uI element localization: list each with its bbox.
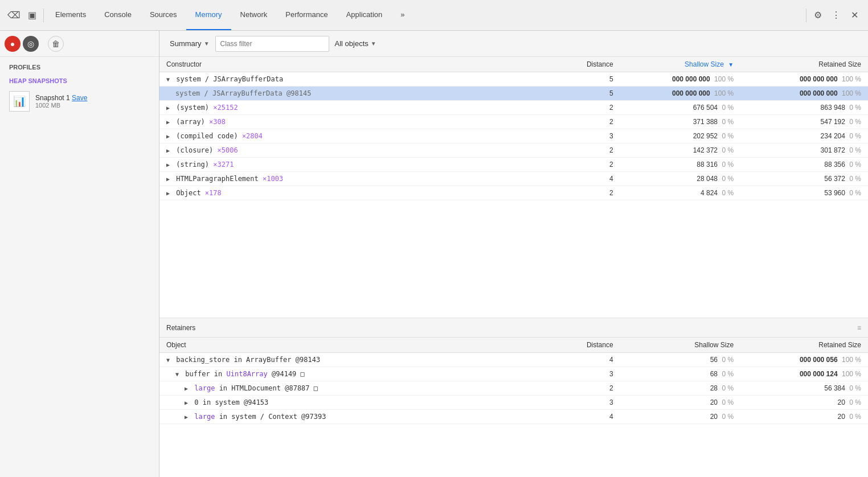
- stop-button[interactable]: ◎: [23, 36, 39, 52]
- retainers-header: Retainers ≡: [159, 318, 868, 338]
- retained-value: 234 204: [821, 132, 845, 140]
- scrollbar-icon: ≡: [857, 324, 861, 332]
- cell-distance: 2: [549, 381, 620, 396]
- cell-shallow: 56 0 %: [620, 353, 740, 367]
- cell-shallow: 88 316 0 %: [620, 158, 740, 172]
- table-row[interactable]: ▶ (closure) ×5006 2 142 372 0 % 301 872 …: [159, 143, 868, 158]
- tab-network[interactable]: Network: [231, 0, 277, 30]
- cell-object: ▶ 0 in system @94153: [159, 396, 549, 410]
- retained-value: 20: [838, 413, 845, 421]
- cell-constructor: ▶ (system) ×25152: [159, 101, 549, 115]
- class-filter-input[interactable]: [215, 36, 329, 52]
- cell-distance: 2: [549, 115, 620, 129]
- ret-header-shallow[interactable]: Shallow Size: [620, 338, 740, 353]
- expand-icon[interactable]: ▼: [175, 371, 179, 377]
- ret-header-distance[interactable]: Distance: [549, 338, 620, 353]
- header-distance[interactable]: Distance: [549, 57, 620, 72]
- clear-button[interactable]: 🗑: [48, 36, 64, 52]
- table-row[interactable]: ▼ backing_store in ArrayBuffer @98143 4 …: [159, 353, 868, 367]
- cursor-icon[interactable]: ⌫: [5, 6, 23, 24]
- cell-constructor: ▶ (string) ×3271: [159, 158, 549, 172]
- table-row[interactable]: ▶ Object ×178 2 4 824 0 % 53 960 0 %: [159, 186, 868, 200]
- tab-application[interactable]: Application: [337, 0, 392, 30]
- cell-retained: 234 204 0 %: [740, 129, 868, 143]
- save-link[interactable]: Save: [72, 94, 87, 102]
- tab-console[interactable]: Console: [95, 0, 141, 30]
- expand-icon[interactable]: ▶: [185, 414, 188, 420]
- expand-icon[interactable]: ▶: [166, 190, 170, 196]
- table-row[interactable]: ▶ 0 in system @94153 3 20 0 % 20 0 %: [159, 396, 868, 410]
- cell-shallow: 20 0 %: [620, 410, 740, 424]
- header-retained[interactable]: Retained Size: [740, 57, 868, 72]
- upper-table: Constructor Distance Shallow Size ▼ Reta…: [159, 57, 868, 318]
- heap-snapshots-title: HEAP SNAPSHOTS: [0, 74, 159, 88]
- snapshot-name: Snapshot 1 Save: [35, 94, 87, 102]
- retainers-header-row: Object Distance Shallow Size Retained Si…: [159, 338, 868, 353]
- object-link[interactable]: large: [194, 384, 215, 392]
- shallow-value: 676 504: [693, 104, 718, 112]
- table-row[interactable]: ▶ HTMLParagraphElement ×1003 4 28 048 0 …: [159, 172, 868, 186]
- top-right-icons: ⚙ ⋮ ✕: [804, 6, 863, 24]
- record-button[interactable]: ●: [5, 36, 21, 52]
- table-row[interactable]: ▶ (string) ×3271 2 88 316 0 % 88 356 0 %: [159, 158, 868, 172]
- table-header-row: Constructor Distance Shallow Size ▼ Reta…: [159, 57, 868, 72]
- cell-shallow: 28 048 0 %: [620, 172, 740, 186]
- tab-bar: Elements Console Sources Memory Network …: [46, 0, 804, 30]
- expand-icon[interactable]: ▶: [166, 133, 170, 139]
- constructor-text: (closure): [176, 146, 213, 154]
- cell-shallow: 202 952 0 %: [620, 129, 740, 143]
- count-tag: ×178: [205, 189, 222, 197]
- table-row[interactable]: system / JSArrayBufferData @98145 5 000 …: [159, 87, 868, 101]
- expand-icon[interactable]: ▶: [185, 400, 188, 406]
- separator: [43, 9, 44, 22]
- retained-pct: 0 %: [849, 398, 861, 406]
- table-row[interactable]: ▼ buffer in Uint8Array @94149 □ 3 68 0 %: [159, 367, 868, 381]
- cell-distance: 2: [549, 143, 620, 158]
- retained-value: 88 356: [824, 161, 845, 168]
- table-row[interactable]: ▶ (array) ×308 2 371 388 0 % 547 192 0 %: [159, 115, 868, 129]
- inspect-icon[interactable]: ▣: [23, 6, 41, 24]
- expand-icon[interactable]: ▶: [166, 147, 170, 154]
- tab-sources[interactable]: Sources: [141, 0, 186, 30]
- table-row[interactable]: ▶ large in HTMLDocument @87887 □ 2 28 0 …: [159, 381, 868, 396]
- expand-icon[interactable]: ▶: [185, 385, 188, 392]
- tab-memory[interactable]: Memory: [186, 0, 231, 30]
- object-suffix: in HTMLDocument @87887 □: [219, 384, 318, 392]
- table-row[interactable]: ▶ (compiled code) ×2804 3 202 952 0 % 23…: [159, 129, 868, 143]
- cell-distance: 4: [549, 172, 620, 186]
- object-text: backing_store in ArrayBuffer @98143: [176, 356, 320, 364]
- retained-value: 301 872: [821, 146, 845, 154]
- expand-icon[interactable]: ▼: [166, 76, 170, 83]
- cell-object: ▶ large in HTMLDocument @87887 □: [159, 381, 549, 396]
- ret-header-retained[interactable]: Retained Size: [740, 338, 868, 353]
- cell-constructor: ▶ (closure) ×5006: [159, 143, 549, 158]
- tab-more[interactable]: »: [391, 0, 413, 30]
- settings-icon[interactable]: ⚙: [809, 6, 827, 24]
- sidebar-toolbar: ● ◎ 🗑: [0, 31, 159, 57]
- table-row[interactable]: ▼ system / JSArrayBufferData 5 000 000 0…: [159, 72, 868, 87]
- all-objects-arrow-icon: ▼: [371, 40, 376, 47]
- object-link[interactable]: large: [194, 413, 215, 421]
- all-objects-dropdown[interactable]: All objects ▼: [329, 37, 382, 50]
- more-icon[interactable]: ⋮: [827, 6, 845, 24]
- shallow-value: 202 952: [693, 132, 718, 140]
- lower-section: Retainers ≡ Object Distance Shallow Size…: [159, 318, 868, 477]
- expand-icon[interactable]: ▶: [166, 176, 170, 182]
- tab-elements[interactable]: Elements: [46, 0, 95, 30]
- header-shallow[interactable]: Shallow Size ▼: [620, 57, 740, 72]
- tab-performance[interactable]: Performance: [276, 0, 337, 30]
- shallow-value: 4 824: [701, 189, 718, 197]
- snapshot-item[interactable]: 📊 Snapshot 1 Save 1002 MB: [0, 88, 159, 115]
- shallow-value: 142 372: [693, 146, 718, 154]
- close-icon[interactable]: ✕: [845, 6, 863, 24]
- summary-dropdown[interactable]: Summary ▼: [164, 37, 215, 50]
- expand-icon[interactable]: ▼: [166, 357, 170, 363]
- expand-icon[interactable]: ▶: [166, 162, 170, 168]
- retained-pct: 0 %: [849, 161, 861, 168]
- table-row[interactable]: ▶ (system) ×25152 2 676 504 0 % 863 948 …: [159, 101, 868, 115]
- object-link[interactable]: Uint8Array: [227, 370, 268, 378]
- retained-pct: 100 %: [842, 75, 861, 83]
- expand-icon[interactable]: ▶: [166, 119, 170, 125]
- expand-icon[interactable]: ▶: [166, 105, 170, 111]
- table-row[interactable]: ▶ large in system / Context @97393 4 20 …: [159, 410, 868, 424]
